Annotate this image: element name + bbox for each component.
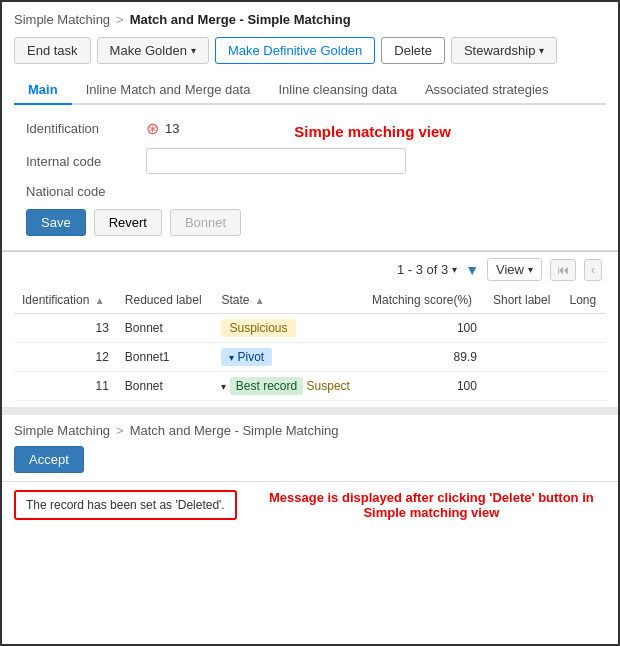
stewardship-button[interactable]: Stewardship ▾ [451,37,558,64]
table-header-row: Identification ▲ Reduced label State ▲ M… [14,287,606,314]
delete-info-label: Message is displayed after clicking 'Del… [257,490,606,520]
bottom-section-1: Simple Matching > Match and Merge - Simp… [2,407,618,481]
tabs: Main Inline Match and Merge data Inline … [14,76,606,105]
sort-identification-icon[interactable]: ▲ [95,295,105,306]
internal-code-row: Internal code [26,148,594,174]
breadcrumb-separator: > [116,12,124,27]
identification-value: 13 [165,121,179,136]
pagination-dropdown-icon[interactable]: ▾ [452,264,457,275]
table-section: 1 - 3 of 3 ▾ ▼ View ▾ ⏮ ‹ Identification… [2,252,618,407]
revert-button[interactable]: Revert [94,209,162,236]
row1-matching-score: 100 [364,314,485,343]
col-reduced-label: Reduced label [117,287,214,314]
national-code-row: National code [26,184,594,199]
prev-page-button[interactable]: ‹ [584,259,602,281]
view-button[interactable]: View ▾ [487,258,542,281]
bottom-breadcrumb-link[interactable]: Simple Matching [14,423,110,438]
toolbar: End task Make Golden ▾ Make Definitive G… [14,37,606,64]
row2-reduced-label: Bonnet1 [117,343,214,372]
tab-inline-cleansing[interactable]: Inline cleansing data [264,76,411,105]
identification-label: Identification [26,121,146,136]
breadcrumb-link[interactable]: Simple Matching [14,12,110,27]
view-dropdown-icon: ▾ [528,264,533,275]
bottom-breadcrumb-current: Match and Merge - Simple Matching [130,423,339,438]
row1-state: Suspicious [213,314,364,343]
row3-state: ▾ Best record Suspect [213,372,364,401]
delete-message-box: The record has been set as 'Deleted'. [14,490,237,520]
bottom-breadcrumb: Simple Matching > Match and Merge - Simp… [14,423,606,438]
row2-long [561,343,606,372]
filter-icon[interactable]: ▼ [465,262,479,278]
row2-id: 12 [14,343,117,372]
row1-id: 13 [14,314,117,343]
national-code-label: National code [26,184,146,199]
breadcrumb: Simple Matching > Match and Merge - Simp… [14,12,606,27]
first-page-button[interactable]: ⏮ [550,259,576,281]
state-suspect-badge: Suspect [307,379,350,393]
identification-value-group: ⊛ 13 [146,119,179,138]
tab-main[interactable]: Main [14,76,72,105]
row1-long [561,314,606,343]
make-golden-dropdown-icon: ▾ [191,45,196,56]
table-toolbar: 1 - 3 of 3 ▾ ▼ View ▾ ⏮ ‹ [14,258,606,281]
row2-matching-score: 89.9 [364,343,485,372]
row3-short-label [485,372,561,401]
make-golden-button[interactable]: Make Golden ▾ [97,37,209,64]
row3-reduced-label: Bonnet [117,372,214,401]
required-icon: ⊛ [146,119,159,138]
tab-associated-strategies[interactable]: Associated strategies [411,76,563,105]
table-row: 11 Bonnet ▾ Best record Suspect 100 [14,372,606,401]
top-section: Simple Matching > Match and Merge - Simp… [2,2,618,251]
table-row: 12 Bonnet1 ▾ Pivot 89.9 [14,343,606,372]
state-pivot-badge: ▾ Pivot [221,348,272,366]
breadcrumb-current: Match and Merge - Simple Matching [130,12,351,27]
pivot-arrow-icon: ▾ [229,352,234,363]
simple-matching-view-label: Simple matching view [294,123,451,140]
col-state: State ▲ [213,287,364,314]
row3-id: 11 [14,372,117,401]
row1-reduced-label: Bonnet [117,314,214,343]
bottom-separator: > [116,423,124,438]
form-area: Simple matching view Identification ⊛ 13… [14,105,606,244]
state-suspicious-badge: Suspicious [221,319,295,337]
row1-short-label [485,314,561,343]
data-table: Identification ▲ Reduced label State ▲ M… [14,287,606,401]
col-long: Long [561,287,606,314]
pagination-info: 1 - 3 of 3 ▾ [397,262,457,277]
table-row: 13 Bonnet Suspicious 100 [14,314,606,343]
delete-button[interactable]: Delete [381,37,445,64]
internal-code-label: Internal code [26,154,146,169]
bottom-section-2: The record has been set as 'Deleted'. Me… [2,481,618,528]
bonnet-button[interactable]: Bonnet [170,209,241,236]
accept-button[interactable]: Accept [14,446,84,473]
state-best-record-badge: Best record [230,377,303,395]
col-short-label: Short label [485,287,561,314]
sort-state-icon[interactable]: ▲ [255,295,265,306]
end-task-button[interactable]: End task [14,37,91,64]
tab-inline-match[interactable]: Inline Match and Merge data [72,76,265,105]
row3-matching-score: 100 [364,372,485,401]
row2-state: ▾ Pivot [213,343,364,372]
row2-short-label [485,343,561,372]
col-matching-score: Matching score(%) [364,287,485,314]
pagination-text: 1 - 3 of 3 [397,262,448,277]
col-identification: Identification ▲ [14,287,117,314]
form-actions: Save Revert Bonnet [26,209,594,236]
make-definitive-golden-button[interactable]: Make Definitive Golden [215,37,375,64]
save-button[interactable]: Save [26,209,86,236]
row3-arrow-icon: ▾ [221,381,226,392]
row3-long [561,372,606,401]
internal-code-input[interactable] [146,148,406,174]
delete-message-text: The record has been set as 'Deleted'. [26,498,225,512]
stewardship-dropdown-icon: ▾ [539,45,544,56]
